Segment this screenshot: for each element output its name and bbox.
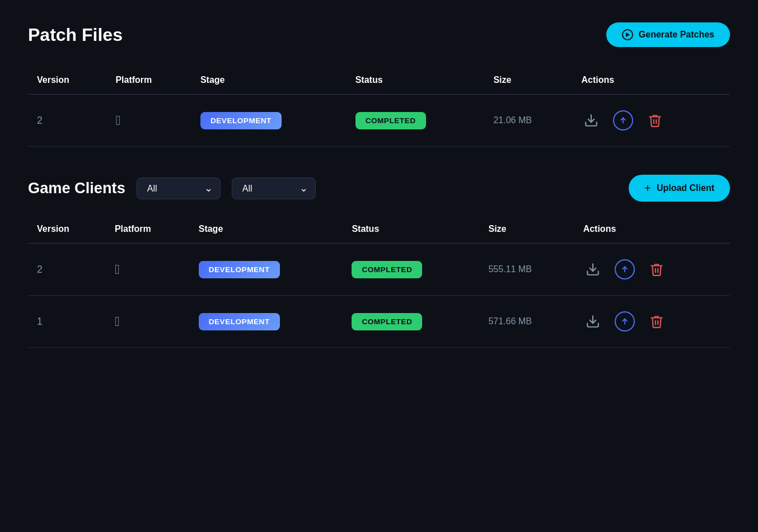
upload-client-label: Upload Client	[657, 183, 714, 193]
gc-platform-1: 	[106, 244, 190, 296]
gc-version-2: 1	[28, 296, 106, 348]
delete-icon	[649, 262, 664, 277]
col-version: Version	[28, 69, 106, 95]
col-platform: Platform	[106, 69, 191, 95]
gc-size-1: 555.11 MB	[479, 244, 574, 296]
gc-stage-2: DEVELOPMENT	[190, 296, 343, 348]
apple-icon: 	[115, 314, 120, 329]
play-icon	[622, 29, 633, 40]
gc-actions-1	[574, 244, 730, 296]
game-clients-table: Version Platform Stage Status Size Actio…	[28, 218, 730, 348]
apple-icon: 	[115, 113, 120, 128]
development-badge: DEVELOPMENT	[199, 261, 280, 278]
upload-circle-icon	[613, 110, 633, 130]
filter2-select[interactable]: All	[232, 178, 316, 199]
gc-col-stage: Stage	[190, 218, 343, 244]
game-clients-title: Game Clients	[28, 179, 125, 197]
col-actions: Actions	[573, 69, 730, 95]
download-button[interactable]	[583, 260, 602, 279]
upload-circle-icon	[615, 311, 635, 332]
table-row: 1  DEVELOPMENT COMPLETED 571.66 MB	[28, 296, 730, 348]
delete-button[interactable]	[647, 312, 666, 331]
game-clients-table-body: 2  DEVELOPMENT COMPLETED 555.11 MB	[28, 244, 730, 348]
download-icon	[584, 113, 598, 128]
patch-size: 21.06 MB	[484, 95, 572, 147]
gc-stage-1: DEVELOPMENT	[190, 244, 343, 296]
col-stage: Stage	[191, 69, 347, 95]
filter1-wrapper[interactable]: All	[137, 178, 221, 199]
col-size: Size	[484, 69, 572, 95]
upload-circle-icon	[615, 259, 635, 279]
generate-patches-label: Generate Patches	[639, 30, 714, 40]
patch-files-table-body: 2  DEVELOPMENT COMPLETED 21.06 MB	[28, 95, 730, 147]
gc-version-1: 2	[28, 244, 106, 296]
gc-col-status: Status	[343, 218, 479, 244]
apple-icon: 	[115, 262, 120, 277]
delete-icon	[649, 314, 664, 329]
patch-files-section: Version Platform Stage Status Size Actio…	[28, 69, 730, 147]
delete-button[interactable]	[647, 260, 666, 279]
gc-status-2: COMPLETED	[343, 296, 479, 348]
generate-patches-button[interactable]: Generate Patches	[606, 22, 730, 47]
development-badge: DEVELOPMENT	[200, 112, 282, 129]
completed-badge: COMPLETED	[352, 313, 422, 330]
gc-status-1: COMPLETED	[343, 244, 479, 296]
page-header: Patch Files Generate Patches	[28, 22, 730, 47]
gc-size-2: 571.66 MB	[479, 296, 574, 348]
patch-status: COMPLETED	[347, 95, 485, 147]
delete-button[interactable]	[645, 111, 665, 130]
development-badge: DEVELOPMENT	[199, 313, 280, 330]
patch-actions	[573, 95, 730, 147]
upload-button[interactable]	[612, 309, 637, 334]
patch-stage: DEVELOPMENT	[191, 95, 347, 147]
gc-platform-2: 	[106, 296, 190, 348]
gc-col-version: Version	[28, 218, 106, 244]
page-title: Patch Files	[28, 25, 123, 45]
gc-col-actions: Actions	[574, 218, 730, 244]
patch-version: 2	[28, 95, 106, 147]
patch-files-table-header: Version Platform Stage Status Size Actio…	[28, 69, 730, 95]
delete-icon	[648, 113, 662, 128]
download-icon	[586, 262, 600, 277]
patch-platform: 	[106, 95, 191, 147]
game-clients-section: Version Platform Stage Status Size Actio…	[28, 218, 730, 348]
gc-col-size: Size	[479, 218, 574, 244]
upload-button[interactable]	[612, 257, 637, 282]
table-row: 2  DEVELOPMENT COMPLETED 555.11 MB	[28, 244, 730, 296]
game-clients-table-header: Version Platform Stage Status Size Actio…	[28, 218, 730, 244]
completed-badge: COMPLETED	[352, 261, 422, 278]
completed-badge: COMPLETED	[355, 112, 426, 129]
download-button[interactable]	[583, 312, 602, 331]
upload-client-button[interactable]: + Upload Client	[629, 175, 730, 202]
download-button[interactable]	[582, 111, 601, 130]
filter1-select[interactable]: All	[137, 178, 221, 199]
patch-files-table: Version Platform Stage Status Size Actio…	[28, 69, 730, 147]
gc-actions-2	[574, 296, 730, 348]
table-row: 2  DEVELOPMENT COMPLETED 21.06 MB	[28, 95, 730, 147]
filter2-wrapper[interactable]: All	[232, 178, 316, 199]
download-icon	[586, 314, 600, 329]
upload-button[interactable]	[611, 108, 635, 133]
gc-col-platform: Platform	[106, 218, 190, 244]
plus-icon: +	[644, 181, 651, 195]
col-status: Status	[347, 69, 485, 95]
game-clients-header: Game Clients All All + Upload Client	[28, 175, 730, 202]
